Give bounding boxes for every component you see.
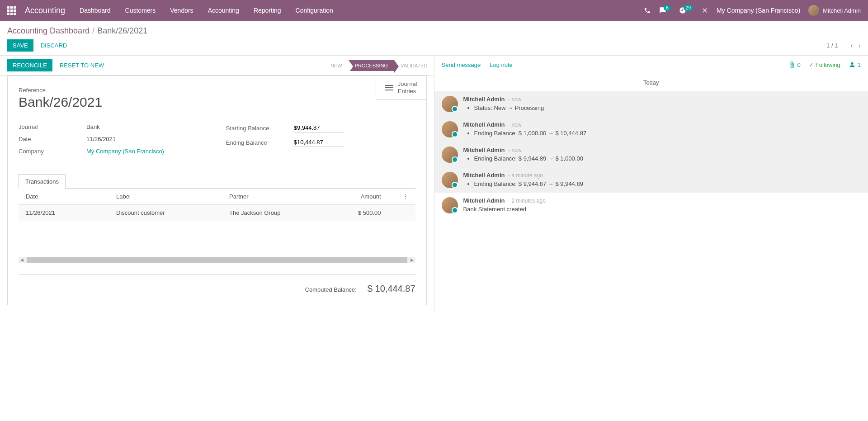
journal-label: Journal <box>19 123 86 130</box>
trans-head: Date Label Partner Amount ⋮ <box>19 189 415 205</box>
send-message-button[interactable]: Send message <box>442 61 481 68</box>
message[interactable]: Mitchell Admin - nowEnding Balance: $ 9,… <box>434 142 868 167</box>
avatar-icon <box>442 172 458 188</box>
followers-count: 1 <box>858 61 861 68</box>
computed-value: $ 10,444.87 <box>368 284 415 294</box>
log-note-button[interactable]: Log note <box>490 61 513 68</box>
cell-date[interactable]: 11/26/2021 <box>26 209 116 216</box>
user-menu[interactable]: Mitchell Admin <box>808 5 861 16</box>
cell-label[interactable]: Discount customer <box>116 209 229 216</box>
cell-amount[interactable]: $ 500.00 <box>342 209 399 216</box>
discard-button[interactable]: DISCARD <box>35 39 73 52</box>
breadcrumb-parent[interactable]: Accounting Dashboard <box>7 26 90 36</box>
control-panel: Accounting Dashboard / Bank/26/2021 SAVE… <box>0 21 868 55</box>
start-balance-label: Starting Balance <box>226 125 294 132</box>
company-value[interactable]: My Company (San Francisco) <box>86 148 164 155</box>
tab-transactions[interactable]: Transactions <box>19 174 66 189</box>
reference-value[interactable]: Bank/26/2021 <box>19 95 415 110</box>
toolbar-left: SAVE DISCARD <box>7 39 72 52</box>
message[interactable]: Mitchell Admin - nowEnding Balance: $ 1,… <box>434 117 868 142</box>
msg-author[interactable]: Mitchell Admin <box>463 147 505 153</box>
col-label-header[interactable]: Label <box>116 193 229 200</box>
form-view: RECONCILE RESET TO NEW NEW PROCESSING VA… <box>0 56 434 312</box>
followers-button[interactable]: 1 <box>849 61 861 68</box>
pager-next-icon[interactable]: › <box>859 42 861 50</box>
phone-icon[interactable] <box>644 7 651 14</box>
company-selector[interactable]: My Company (San Francisco) <box>717 7 800 14</box>
nav-reporting[interactable]: Reporting <box>254 7 281 14</box>
col-date-header[interactable]: Date <box>26 193 116 200</box>
tab-header: Transactions <box>19 174 415 189</box>
avatar-icon <box>442 147 458 163</box>
msg-time: - now <box>508 96 521 103</box>
chatter-top: Send message Log note 0 ✓ Following 1 <box>434 56 868 74</box>
save-button[interactable]: SAVE <box>7 39 33 52</box>
chatter-actions: Send message Log note <box>442 61 513 68</box>
activities-icon[interactable]: 29 <box>679 7 693 14</box>
start-balance-input[interactable] <box>294 123 344 132</box>
topbar-right: 6 29 My Company (San Francisco) Mitchell… <box>644 5 861 16</box>
topbar-left: Accounting Dashboard Customers Vendors A… <box>7 6 333 15</box>
reset-button[interactable]: RESET TO NEW <box>54 59 109 71</box>
message[interactable]: Mitchell Admin - 2 minutes agoBank State… <box>434 193 868 218</box>
paperclip-icon <box>788 61 796 68</box>
nav-dashboard[interactable]: Dashboard <box>80 7 111 14</box>
attach-count: 0 <box>797 61 801 68</box>
message[interactable]: Mitchell Admin - a minute agoEnding Bala… <box>434 167 868 193</box>
pager-count[interactable]: 1 / 1 <box>826 42 838 49</box>
debug-icon[interactable] <box>701 7 708 14</box>
nav-vendors[interactable]: Vendors <box>170 7 193 14</box>
table-row[interactable]: 11/26/2021 Discount customer The Jackson… <box>19 205 415 221</box>
following-button[interactable]: ✓ Following <box>809 61 840 68</box>
msg-time: - now <box>508 122 521 128</box>
field-grid: Journal Bank Date 11/26/2021 Company My … <box>19 123 415 160</box>
messages-icon[interactable]: 6 <box>659 7 671 14</box>
h-scrollbar[interactable] <box>19 257 415 263</box>
toolbar-right: 1 / 1 ‹ › <box>826 42 861 50</box>
msg-author[interactable]: Mitchell Admin <box>463 121 505 128</box>
msg-author[interactable]: Mitchell Admin <box>463 96 505 103</box>
toolbar: SAVE DISCARD 1 / 1 ‹ › <box>7 39 861 55</box>
msg-time: - 2 minutes ago <box>508 198 546 204</box>
statusbar-row: RECONCILE RESET TO NEW NEW PROCESSING VA… <box>0 56 434 76</box>
pager-prev-icon[interactable]: ‹ <box>850 42 853 50</box>
computed-row: Computed Balance: $ 10,444.87 <box>19 274 415 294</box>
status-processing[interactable]: PROCESSING <box>349 60 394 71</box>
tabs: Transactions Date Label Partner Amount ⋮… <box>19 174 415 294</box>
apps-icon[interactable] <box>7 6 16 15</box>
topbar: Accounting Dashboard Customers Vendors A… <box>0 0 868 21</box>
company-label: Company <box>19 148 86 155</box>
col-partner-header[interactable]: Partner <box>229 193 342 200</box>
status-new[interactable]: NEW <box>324 60 349 71</box>
date-label: Date <box>19 136 86 142</box>
form-sheet: Journal Entries Reference Bank/26/2021 J… <box>7 76 427 305</box>
msg-author[interactable]: Mitchell Admin <box>463 197 505 204</box>
journal-entries-button[interactable]: Journal Entries <box>376 76 426 99</box>
avatar-icon <box>442 96 458 112</box>
col-amount-header[interactable]: Amount <box>342 193 399 200</box>
col-menu-icon[interactable]: ⋮ <box>399 193 408 200</box>
msg-author[interactable]: Mitchell Admin <box>463 172 505 179</box>
avatar-icon <box>808 5 819 16</box>
msg-time: - now <box>508 147 521 153</box>
check-icon: ✓ <box>809 61 814 68</box>
nav-configuration[interactable]: Configuration <box>296 7 333 14</box>
breadcrumb-sep: / <box>92 26 94 36</box>
reconcile-button[interactable]: RECONCILE <box>7 59 52 71</box>
attachments-button[interactable]: 0 <box>788 61 801 68</box>
end-balance-input[interactable] <box>294 138 344 147</box>
message[interactable]: Mitchell Admin - nowStatus: New → Proces… <box>434 91 868 117</box>
today-divider: Today <box>434 79 868 86</box>
user-name: Mitchell Admin <box>823 7 861 14</box>
stat-line2: Entries <box>398 88 417 95</box>
stat-line1: Journal <box>398 80 417 88</box>
date-value[interactable]: 11/26/2021 <box>86 136 116 142</box>
chatter: Send message Log note 0 ✓ Following 1 To… <box>434 56 868 312</box>
status-buttons: RECONCILE RESET TO NEW <box>7 59 109 71</box>
nav-accounting[interactable]: Accounting <box>208 7 239 14</box>
status-validated[interactable]: VALIDATED <box>394 60 434 71</box>
nav-customers[interactable]: Customers <box>125 7 156 14</box>
cell-partner[interactable]: The Jackson Group <box>229 209 342 216</box>
transactions-table: Date Label Partner Amount ⋮ 11/26/2021 D… <box>19 189 415 221</box>
app-title[interactable]: Accounting <box>25 6 65 15</box>
